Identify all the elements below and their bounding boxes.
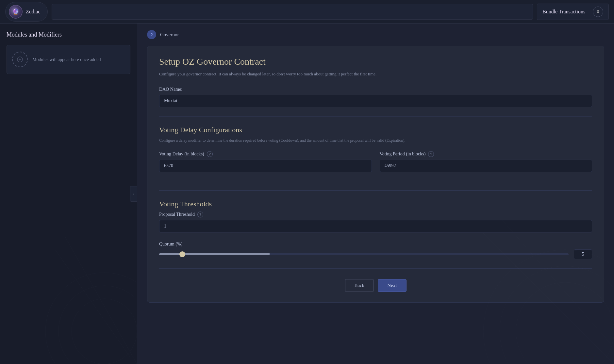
chevron-right-icon: » (133, 191, 135, 196)
sidebar-empty-icon (12, 52, 28, 67)
svg-point-5 (72, 299, 137, 364)
topbar: 🔮 Zodiac Bundle Transactions 0 (0, 0, 614, 24)
sidebar-toggle[interactable]: » (130, 186, 137, 202)
voting-delay-desc: Configure a delay modifier to determine … (159, 137, 592, 143)
voting-delay-heading: Voting Delay Configurations (159, 126, 592, 134)
dao-name-input[interactable] (159, 95, 592, 107)
sidebar-title: Modules and Modifiers (7, 31, 130, 38)
svg-point-4 (58, 286, 137, 364)
search-bar (52, 4, 533, 20)
svg-point-3 (45, 273, 137, 364)
proposal-threshold-input[interactable] (159, 220, 592, 232)
divider-1 (159, 116, 592, 117)
voting-period-label: Voting Period (in blocks) ? (380, 151, 592, 157)
step-name: Governor (160, 32, 179, 38)
content-area: 2 Governor Setup OZ Governor Contract Co… (137, 24, 614, 364)
sidebar-empty-state: Modules will appear here once added (7, 45, 130, 74)
form-title: Setup OZ Governor Contract (159, 56, 592, 67)
bundle-label: Bundle Transactions (542, 9, 585, 15)
next-button[interactable]: Next (378, 279, 406, 292)
svg-line-7 (65, 237, 137, 364)
voting-delay-row: Voting Delay (in blocks) ? Voting Period… (159, 151, 592, 181)
step-header: 2 Governor (147, 30, 604, 39)
dao-name-label: DAO Name: (159, 87, 592, 92)
proposal-threshold-label: Proposal Threshold ? (159, 212, 592, 217)
voting-delay-input[interactable] (159, 160, 372, 172)
voting-period-input[interactable] (380, 160, 592, 172)
svg-line-6 (55, 250, 130, 357)
form-card: Setup OZ Governor Contract Configure you… (147, 46, 604, 303)
quorum-label: Quorum (%): (159, 242, 592, 247)
divider-3 (159, 268, 592, 269)
proposal-threshold-help-icon[interactable]: ? (197, 212, 203, 217)
form-description: Configure your governor contract. It can… (159, 71, 592, 78)
logo-icon: 🔮 (9, 5, 23, 19)
step-badge: 2 (147, 30, 156, 39)
voting-delay-help-icon[interactable]: ? (207, 151, 213, 157)
voting-period-help-icon[interactable]: ? (428, 151, 434, 157)
proposal-threshold-group: Proposal Threshold ? (159, 212, 592, 232)
thresholds-heading: Voting Thresholds (159, 200, 592, 208)
app-logo[interactable]: 🔮 Zodiac (5, 2, 48, 22)
quorum-slider[interactable] (159, 253, 569, 255)
main-layout: Modules and Modifiers Modules will appea… (0, 24, 614, 364)
voting-period-group: Voting Period (in blocks) ? (380, 151, 592, 172)
form-actions: Back Next (159, 279, 592, 292)
quorum-slider-row (159, 249, 592, 259)
sidebar: Modules and Modifiers Modules will appea… (0, 24, 137, 364)
bundle-transactions-button[interactable]: Bundle Transactions 0 (537, 4, 609, 20)
bundle-count: 0 (593, 7, 603, 17)
voting-delay-group: Voting Delay (in blocks) ? (159, 151, 372, 172)
quorum-group: Quorum (%): (159, 242, 592, 259)
app-title: Zodiac (26, 9, 40, 15)
quorum-value-input[interactable] (574, 249, 592, 259)
dao-name-group: DAO Name: (159, 87, 592, 107)
voting-delay-label: Voting Delay (in blocks) ? (159, 151, 372, 157)
back-button[interactable]: Back (345, 279, 374, 292)
divider-2 (159, 190, 592, 191)
sidebar-empty-text: Modules will appear here once added (32, 56, 101, 63)
